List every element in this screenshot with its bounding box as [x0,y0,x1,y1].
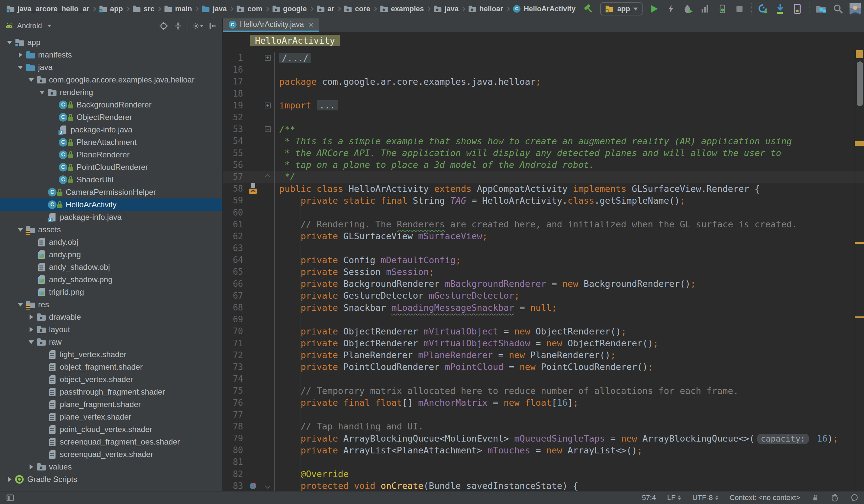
inspection-status-indicator[interactable] [856,50,863,58]
locate-file-button[interactable] [158,20,169,32]
stop-button[interactable] [734,3,745,14]
fold-start-icon[interactable] [265,483,271,489]
hide-panel-button[interactable] [207,20,218,32]
tree-item-backgroundrenderer[interactable]: CBackgroundRenderer [0,98,222,111]
breadcrumb-item-helloar[interactable]: helloar [468,4,503,13]
code-text[interactable]: private PointCloudRenderer mPointCloud =… [275,362,653,372]
code-text[interactable]: package com.google.ar.core.examples.java… [275,76,541,87]
chevron-down-icon[interactable] [47,25,51,27]
fold-expand-icon[interactable]: + [265,103,271,108]
breadcrumb-item-java[interactable]: java [433,4,459,13]
fold-collapse-icon[interactable]: − [265,126,271,132]
editor-scrollbar[interactable] [855,49,864,491]
scope-breadcrumb-chip[interactable]: HelloArActivity [250,35,340,46]
tree-collapse-arrow[interactable] [4,477,15,482]
tree-item-app[interactable]: app [0,36,222,49]
scrollbar-thumb[interactable] [857,61,863,106]
tree-item-plane-fragment-shader[interactable]: plane_fragment.shader [0,398,222,411]
attach-debugger-button[interactable] [717,3,728,14]
tree-item-object-fragment-shader[interactable]: object_fragment.shader [0,361,222,373]
code-text[interactable]: private final float[] mAnchorMatrix = ne… [275,398,578,408]
breadcrumb-item-main[interactable]: main [164,4,192,13]
context-indicator[interactable]: Context: <no context> [730,493,800,502]
code-text[interactable]: * tap on a plane to place a 3d model of … [275,160,594,170]
code-text[interactable]: // Temporary matrix allocated here to re… [275,386,739,396]
tree-item-res[interactable]: res [0,298,222,311]
toolwindow-toggle-button[interactable] [5,493,15,503]
tree-item-values[interactable]: values [0,461,222,473]
fold-expand-icon[interactable]: + [265,55,271,61]
tree-item-light-vertex-shader[interactable]: light_vertex.shader [0,348,222,361]
tree-item-package-info-java[interactable]: Jpackage-info.java [0,211,222,224]
breadcrumb-item-google[interactable]: google [272,4,307,13]
breadcrumb-item-examples[interactable]: examples [380,4,424,13]
tree-item-andy-shadow-obj[interactable]: andy_shadow.obj [0,261,222,273]
tree-item-gradle-scripts[interactable]: Gradle Scripts [0,473,222,485]
tree-expand-arrow[interactable] [26,340,37,344]
tree-item-package-info-java[interactable]: Jpackage-info.java [0,123,222,136]
code-text[interactable]: private Config mDefaultConfig; [275,255,461,265]
tree-expand-arrow[interactable] [26,78,37,82]
code-text[interactable]: private static final String TAG = HelloA… [275,195,685,206]
tree-item-rendering[interactable]: rendering [0,86,222,98]
run-button[interactable] [648,3,660,14]
tree-item-andy-png[interactable]: andy.png [0,248,222,261]
sdk-manager-button[interactable] [775,3,786,14]
tree-collapse-arrow[interactable] [26,314,37,320]
android-profiler-button[interactable] [758,3,769,14]
tree-expand-arrow[interactable] [36,91,48,94]
tree-item-object-vertex-shader[interactable]: object_vertex.shader [0,373,222,386]
tree-item-andy-shadow-png[interactable]: andy_shadow.png [0,273,222,286]
tree-collapse-arrow[interactable] [26,464,37,469]
folded-region[interactable]: ... [317,100,338,110]
tree-expand-arrow[interactable] [4,41,15,44]
tree-collapse-arrow[interactable] [15,52,26,58]
code-text[interactable]: private GestureDetector mGestureDetector… [275,290,520,301]
tree-item-layout[interactable]: layout [0,323,222,336]
gutter-badge-class-file[interactable] [244,183,262,194]
tree-item-raw[interactable]: raw [0,336,222,348]
tree-item-trigrid-png[interactable]: trigrid.png [0,286,222,298]
tree-item-manifests[interactable]: manifests [0,49,222,61]
event-log-button[interactable] [850,493,859,502]
tree-item-com-google-ar-core-examples-java-helloar[interactable]: com.google.ar.core.examples.java.helloar [0,74,222,86]
search-everywhere-button[interactable] [832,3,844,14]
code-text[interactable]: // Tap handling and UI. [275,421,423,431]
encoding-selector[interactable]: UTF-8 [692,493,718,502]
warning-stripe-mark[interactable] [855,242,864,244]
fold-marker-down[interactable] [262,480,275,491]
user-avatar[interactable] [850,3,861,14]
tree-expand-arrow[interactable] [15,66,26,69]
project-view-selector[interactable]: Android [17,22,42,30]
code-text[interactable]: // Rendering. The Renderers are created … [275,219,797,229]
related-file-icons[interactable] [249,183,257,194]
tree-item-assets[interactable]: assets [0,224,222,236]
tree-item-shaderutil[interactable]: CShaderUtil [0,173,222,186]
code-text[interactable]: /.../ [275,53,311,63]
gutter-badge-override[interactable] [244,483,262,489]
tree-item-planeattachment[interactable]: CPlaneAttachment [0,136,222,148]
line-ending-selector[interactable]: LF [667,493,681,502]
fold-end-icon[interactable] [265,174,271,179]
avd-manager-button[interactable] [792,3,803,14]
collapse-all-button[interactable] [172,20,184,32]
code-text[interactable]: import ... [275,100,338,110]
code-text[interactable]: private ObjectRenderer mVirtualObjectSha… [275,338,658,348]
warning-stripe-mark[interactable] [855,141,864,146]
close-tab-icon[interactable]: × [309,21,313,28]
tree-item-drawable[interactable]: drawable [0,311,222,323]
panel-settings-button[interactable] [192,20,203,32]
code-text[interactable]: private PlaneRenderer mPlaneRenderer = n… [275,350,616,360]
project-structure-button[interactable] [815,3,827,14]
breadcrumb-item-java-arcore-hello-ar[interactable]: java_arcore_hello_ar [6,4,89,13]
fold-marker-plus[interactable]: + [262,52,275,64]
tree-item-point-cloud-vertex-shader[interactable]: point_cloud_vertex.shader [0,423,222,436]
code-text[interactable]: public class HelloArActivity extends App… [275,184,760,194]
fold-marker-minus[interactable]: − [262,123,275,135]
tree-item-java[interactable]: java [0,61,222,74]
breadcrumb-item-com[interactable]: com [236,4,262,13]
profile-button[interactable] [700,3,711,14]
tree-expand-arrow[interactable] [15,228,26,232]
tree-item-planerenderer[interactable]: CPlaneRenderer [0,148,222,161]
run-configuration-select[interactable]: app [600,2,643,15]
